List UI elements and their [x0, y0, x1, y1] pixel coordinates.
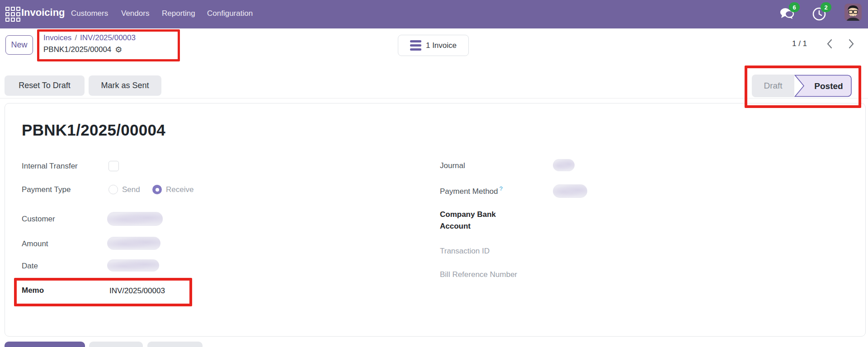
journal-value-redacted[interactable] [553, 159, 575, 171]
date-value-redacted[interactable] [107, 259, 159, 272]
statusbar-draft[interactable]: Draft [752, 75, 794, 97]
payment-type-label: Payment Type [22, 185, 71, 194]
reset-to-draft-button[interactable]: Reset To Draft [5, 75, 85, 96]
invoicing-app-screen: Invoicing Customers Vendors Reporting Co… [0, 0, 868, 347]
pager-counter: 1 / 1 [792, 39, 807, 48]
payment-type-receive-radio[interactable] [152, 185, 162, 194]
action-bar-divider [0, 98, 868, 98]
messages-count-badge: 6 [789, 2, 800, 12]
nav-item-customers[interactable]: Customers [71, 9, 108, 18]
apps-grid-icon[interactable] [5, 7, 21, 22]
send-radio-label: Send [122, 185, 140, 194]
company-bank-account-label: Company Bank Account [440, 209, 512, 232]
customer-label: Customer [22, 215, 55, 224]
memo-label: Memo [22, 286, 44, 295]
breadcrumb: Invoices/INV/2025/00003 [43, 33, 136, 42]
breadcrumb-invoices-link[interactable]: Invoices [43, 33, 71, 42]
internal-transfer-checkbox[interactable] [108, 161, 119, 171]
internal-transfer-label: Internal Transfer [22, 162, 78, 171]
breadcrumb-separator: / [75, 33, 77, 42]
memo-value[interactable]: INV/2025/00003 [109, 286, 165, 295]
invoice-count-button[interactable]: 1 Invoice [398, 35, 469, 56]
invoice-count-label: 1 Invoice [426, 41, 457, 50]
list-icon [410, 40, 421, 51]
settings-gear-icon[interactable]: ⚙ [115, 46, 122, 54]
bottom-secondary-button-2[interactable] [147, 342, 203, 347]
amount-label: Amount [22, 239, 48, 249]
payment-method-value-redacted[interactable] [553, 184, 587, 198]
bottom-secondary-button-1[interactable] [89, 342, 143, 347]
receive-radio-label: Receive [166, 185, 193, 194]
activities-count-badge: 2 [821, 2, 831, 12]
pager-next-icon[interactable] [844, 38, 858, 51]
pager-previous-icon[interactable] [823, 38, 836, 51]
new-button[interactable]: New [5, 35, 33, 55]
breadcrumb-current: PBNK1/2025/00004 ⚙ [43, 45, 122, 54]
payment-title: PBNK1/2025/00004 [22, 121, 165, 139]
statusbar-posted[interactable]: Posted [794, 75, 852, 99]
date-label: Date [22, 262, 38, 271]
nav-item-configuration[interactable]: Configuration [207, 9, 253, 18]
payment-type-send-radio[interactable] [108, 185, 118, 194]
statusbar-posted-label: Posted [814, 81, 843, 91]
payment-method-label: Payment Method? [440, 185, 503, 196]
nav-item-reporting[interactable]: Reporting [162, 9, 195, 18]
bottom-primary-button[interactable] [5, 342, 85, 347]
nav-item-vendors[interactable]: Vendors [121, 9, 149, 18]
breadcrumb-current-label: PBNK1/2025/00004 [43, 45, 111, 54]
breadcrumb-parent-link[interactable]: INV/2025/00003 [80, 33, 136, 42]
payment-method-help-icon[interactable]: ? [500, 185, 503, 192]
mark-as-sent-button[interactable]: Mark as Sent [89, 75, 161, 96]
bill-reference-number-label: Bill Reference Number [440, 270, 517, 279]
top-navbar: Invoicing Customers Vendors Reporting Co… [0, 0, 868, 28]
user-avatar[interactable] [844, 4, 862, 21]
amount-value-redacted[interactable] [107, 237, 160, 250]
app-title[interactable]: Invoicing [21, 7, 65, 19]
payment-method-label-text: Payment Method [440, 187, 498, 196]
transaction-id-label: Transaction ID [440, 247, 490, 256]
journal-label: Journal [440, 161, 465, 170]
customer-value-redacted[interactable] [107, 212, 163, 226]
